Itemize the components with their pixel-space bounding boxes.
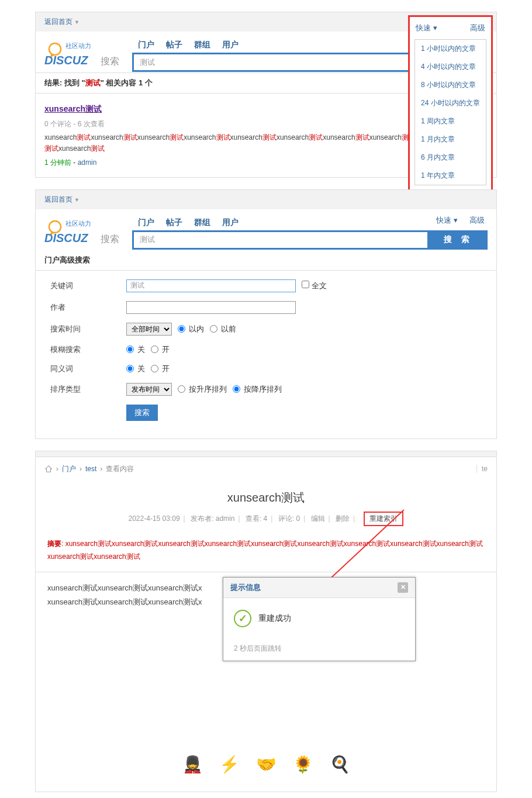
- svg-text:搜索: 搜索: [101, 56, 119, 66]
- fuzzy-label: 模糊搜索: [50, 344, 126, 355]
- svg-text:搜索: 搜索: [101, 234, 119, 244]
- article-title: xunsearch测试: [36, 490, 496, 506]
- emoji-row: 💂 ⚡ 🤝 🌻 🍳: [36, 737, 496, 792]
- fuzzy-on-radio[interactable]: [151, 346, 158, 353]
- home-icon: [44, 465, 53, 473]
- breadcrumb: › 门户 › test › 查看内容 te: [36, 457, 496, 481]
- tab-portal[interactable]: 门户: [138, 217, 154, 228]
- svg-point-4: [49, 221, 61, 233]
- advanced-link[interactable]: 高级: [470, 23, 485, 33]
- advanced-form: 关键词 全文 作者 搜索时间 全部时间 以内 以前 模糊搜索 关 开 同义词 关…: [36, 271, 496, 438]
- search-input[interactable]: [132, 230, 429, 250]
- svg-text:DISCUZ: DISCUZ: [44, 54, 88, 67]
- delete-link[interactable]: 删除: [336, 514, 350, 523]
- synonym-off-radio[interactable]: [126, 365, 134, 372]
- dialog-message: 重建成功: [258, 613, 291, 624]
- check-icon: ✓: [234, 610, 251, 627]
- quick-link[interactable]: 快速 ▾: [436, 215, 458, 226]
- tab-user[interactable]: 用户: [222, 40, 239, 50]
- admin-link[interactable]: admin: [78, 158, 97, 167]
- search-button[interactable]: 搜 索: [429, 230, 488, 250]
- edit-link[interactable]: 编辑: [311, 514, 325, 523]
- search-tabs: 门户 帖子 群组 用户: [132, 215, 488, 230]
- desc-radio[interactable]: [233, 385, 240, 393]
- quick-filter-item[interactable]: 24 小时以内的文章: [415, 94, 486, 112]
- quick-filter-item[interactable]: 8 小时以内的文章: [415, 76, 486, 94]
- chevron-down-icon: ▼: [74, 197, 80, 203]
- tab-post[interactable]: 帖子: [166, 217, 182, 228]
- sidebar-cut: te: [476, 465, 488, 473]
- before-radio[interactable]: [210, 325, 217, 333]
- time-select[interactable]: 全部时间: [126, 323, 172, 336]
- advanced-link[interactable]: 高级: [469, 215, 485, 226]
- fulltext-checkbox[interactable]: [302, 281, 309, 288]
- rebuild-index-button[interactable]: 重建索引: [364, 512, 403, 526]
- within-radio[interactable]: [178, 325, 185, 333]
- breadcrumb-view: 查看内容: [106, 464, 134, 474]
- dialog-title: 提示信息: [230, 582, 261, 593]
- tab-user[interactable]: 用户: [222, 217, 239, 228]
- close-icon[interactable]: ✕: [398, 582, 408, 593]
- quick-filter-item[interactable]: 1 小时以内的文章: [415, 40, 486, 58]
- tab-post[interactable]: 帖子: [166, 40, 182, 50]
- chevron-down-icon: ▾: [431, 23, 437, 32]
- synonym-label: 同义词: [50, 364, 126, 374]
- tab-group[interactable]: 群组: [194, 217, 210, 228]
- article-meta: 2022-4-15 03:09| 发布者: admin| 查看: 4| 评论: …: [36, 512, 496, 526]
- egg-emoji[interactable]: 🍳: [330, 755, 350, 774]
- quick-filter-item[interactable]: 1 年内文章: [415, 167, 486, 185]
- fuzzy-off-radio[interactable]: [126, 346, 134, 353]
- logo[interactable]: 社区动力 DISCUZ 搜索: [44, 37, 126, 72]
- svg-text:社区动力: 社区动力: [65, 220, 91, 227]
- quick-link[interactable]: 快速 ▾: [416, 23, 437, 33]
- quick-filter-item[interactable]: 1 周内文章: [415, 112, 486, 130]
- time-label: 搜索时间: [50, 324, 126, 334]
- chevron-down-icon: ▾: [451, 216, 458, 224]
- dialog-footer: 2 秒后页面跳转: [223, 639, 415, 661]
- breadcrumb-test[interactable]: test: [85, 465, 96, 473]
- keyword-input[interactable]: [126, 279, 296, 292]
- sort-label: 排序类型: [50, 384, 126, 395]
- message-dialog: 提示信息 ✕ ✓ 重建成功 2 秒后页面跳转: [223, 577, 416, 661]
- submit-button[interactable]: 搜索: [126, 405, 158, 421]
- quick-filter-dropdown: 快速 ▾ 高级 1 小时以内的文章4 小时以内的文章8 小时以内的文章24 小时…: [408, 15, 493, 192]
- svg-point-0: [49, 43, 61, 55]
- tab-portal[interactable]: 门户: [138, 40, 154, 50]
- svg-text:社区动力: 社区动力: [65, 42, 91, 49]
- svg-text:DISCUZ: DISCUZ: [44, 232, 88, 244]
- result-title-link[interactable]: xunsearch测试: [44, 104, 102, 113]
- advanced-search-title: 门户高级搜索: [36, 250, 496, 271]
- breadcrumb-portal[interactable]: 门户: [62, 464, 76, 474]
- author-label: 作者: [50, 302, 126, 313]
- keyword-label: 关键词: [50, 281, 126, 291]
- article-summary: 摘要: xunsearch测试xunsearch测试xunsearch测试xun…: [36, 538, 496, 572]
- return-home-link[interactable]: 返回首页▼: [44, 18, 80, 26]
- lightning-emoji[interactable]: ⚡: [219, 755, 240, 774]
- soldier-emoji[interactable]: 💂: [182, 755, 203, 774]
- article-view-panel: › 门户 › test › 查看内容 te xunsearch测试 2022-4…: [35, 451, 497, 792]
- topbar: 返回首页▼: [36, 190, 496, 209]
- flower-emoji[interactable]: 🌻: [293, 755, 313, 774]
- author-input[interactable]: [126, 301, 296, 314]
- chevron-down-icon: ▼: [74, 19, 80, 25]
- quick-filter-item[interactable]: 6 月内文章: [415, 148, 486, 167]
- handshake-emoji[interactable]: 🤝: [256, 755, 277, 774]
- quick-filter-item[interactable]: 1 月内文章: [415, 130, 486, 148]
- return-home-link[interactable]: 返回首页▼: [44, 195, 80, 203]
- quick-filter-item[interactable]: 4 小时以内的文章: [415, 58, 486, 76]
- asc-radio[interactable]: [178, 385, 185, 393]
- search-result-panel: 返回首页▼ 社区动力 DISCUZ 搜索 门户 帖子 群组 用户: [35, 12, 497, 178]
- synonym-on-radio[interactable]: [151, 365, 158, 372]
- sort-select[interactable]: 发布时间: [126, 383, 172, 396]
- logo[interactable]: 社区动力 DISCUZ 搜索: [44, 215, 126, 250]
- advanced-search-panel: 返回首页▼ 社区动力 DISCUZ 搜索 门户 帖子 群组 用户 搜 索: [35, 189, 497, 439]
- tab-group[interactable]: 群组: [194, 40, 210, 50]
